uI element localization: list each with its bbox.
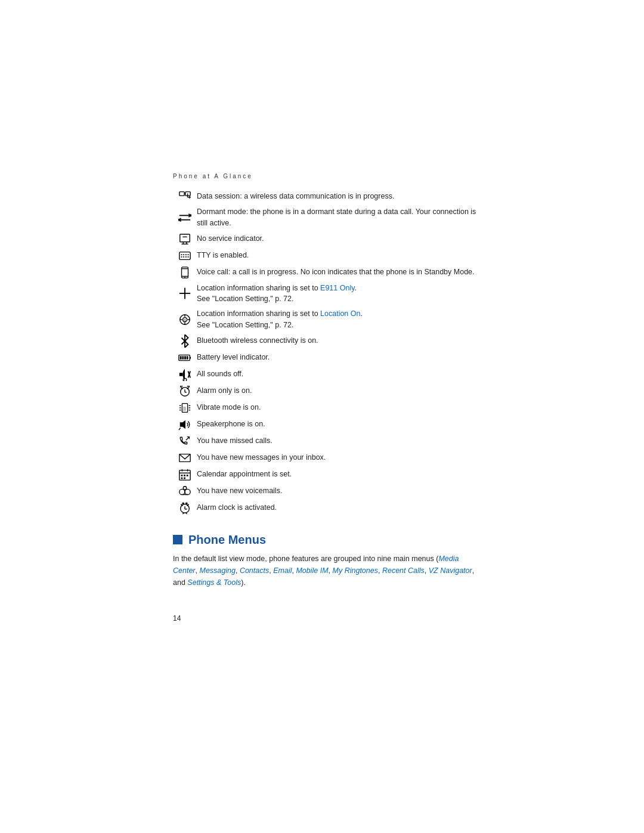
alarm-only-icon — [178, 385, 191, 398]
calendar-icon — [178, 468, 191, 481]
svg-rect-18 — [183, 254, 184, 255]
svg-rect-39 — [190, 357, 191, 359]
table-row: You have new messages in your inbox. — [173, 450, 483, 466]
svg-rect-20 — [188, 254, 189, 255]
section-blue-square — [173, 535, 182, 544]
icon-cell — [173, 366, 197, 383]
table-row: )) Location information sharing is set t… — [173, 306, 483, 333]
settings-tools-link[interactable]: Settings & Tools — [187, 578, 241, 587]
desc-alarm-only: Alarm only is on. — [197, 383, 483, 400]
desc-voice-call: Voice call: a call is in progress. No ic… — [197, 264, 483, 281]
table-row: Alarm clock is activated. — [173, 500, 483, 516]
my-ringtones-link[interactable]: My Ringtones — [333, 566, 378, 575]
page-number: 14 — [173, 614, 181, 623]
icon-table: Data session: a wireless data communicat… — [173, 188, 483, 516]
table-row: TTY is enabled. — [173, 247, 483, 264]
table-row: Voice call: a call is in progress. No ic… — [173, 264, 483, 281]
email-link[interactable]: Email — [273, 566, 292, 575]
icon-cell: )) — [173, 306, 197, 333]
recent-calls-link[interactable]: Recent Calls — [382, 566, 425, 575]
svg-text:)): )) — [183, 405, 185, 410]
svg-rect-22 — [183, 256, 184, 257]
desc-speakerphone: Speakerphone is on. — [197, 416, 483, 433]
messaging-link[interactable]: Messaging — [199, 566, 235, 575]
location-911-link[interactable]: E911 Only — [320, 284, 354, 292]
phone-menus-title: Phone Menus — [173, 533, 483, 547]
alarm-clock-icon — [178, 501, 191, 515]
location-911-icon — [178, 287, 191, 300]
messages-icon — [178, 451, 191, 465]
icon-cell — [173, 188, 197, 205]
svg-rect-42 — [184, 356, 186, 360]
page: Phone at A Glance — [0, 0, 644, 833]
desc-voicemail: You have new voicemails. — [197, 483, 483, 500]
desc-silent: All sounds off. — [197, 366, 483, 383]
icon-cell — [173, 483, 197, 500]
speakerphone-icon — [178, 418, 191, 431]
desc-bluetooth: Bluetooth wireless connectivity is on. — [197, 333, 483, 349]
silent-icon — [178, 368, 191, 381]
table-row: Speakerphone is on. — [173, 416, 483, 433]
vibrate-icon: )) — [178, 401, 191, 414]
mobile-im-link[interactable]: Mobile IM — [296, 566, 328, 575]
svg-line-63 — [179, 428, 181, 430]
table-row: Data session: a wireless data communicat… — [173, 188, 483, 205]
desc-vibrate: Vibrate mode is on. — [197, 400, 483, 416]
tty-icon — [178, 249, 191, 262]
svg-rect-73 — [181, 477, 183, 479]
svg-rect-72 — [187, 475, 188, 476]
contacts-link[interactable]: Contacts — [240, 566, 269, 575]
desc-missed-calls: You have missed calls. — [197, 433, 483, 450]
missed-calls-icon — [178, 435, 191, 448]
desc-messages: You have new messages in your inbox. — [197, 450, 483, 466]
svg-rect-0 — [179, 192, 184, 196]
icon-cell — [173, 281, 197, 307]
table-row: )) Vibrate mode is on. — [173, 400, 483, 416]
table-row: Dormant mode: the phone is in a dormant … — [173, 205, 483, 231]
icon-cell — [173, 231, 197, 247]
svg-point-28 — [184, 277, 185, 278]
table-row: Alarm only is on. — [173, 383, 483, 400]
svg-rect-17 — [181, 254, 182, 255]
table-row: All sounds off. — [173, 366, 483, 383]
table-row: You have new voicemails. — [173, 483, 483, 500]
icon-cell — [173, 264, 197, 281]
desc-dormant: Dormant mode: the phone is in a dormant … — [197, 205, 483, 231]
dormant-icon — [178, 211, 191, 224]
phone-menus-section: Phone Menus In the default list view mod… — [173, 533, 483, 589]
desc-alarm-clock: Alarm clock is activated. — [197, 500, 483, 516]
svg-rect-21 — [181, 256, 182, 257]
data-session-icon — [178, 190, 191, 203]
phone-menus-body: In the default list view mode, phone fea… — [173, 553, 483, 589]
icon-cell — [173, 247, 197, 264]
table-row: Battery level indicator. — [173, 349, 483, 366]
svg-rect-70 — [181, 475, 183, 476]
svg-marker-5 — [189, 196, 191, 199]
svg-point-78 — [183, 486, 187, 490]
icon-cell — [173, 349, 197, 366]
svg-rect-87 — [185, 502, 188, 504]
location-on-link[interactable]: Location On — [320, 309, 360, 318]
icon-cell — [173, 450, 197, 466]
svg-rect-10 — [180, 234, 190, 241]
icon-cell — [173, 205, 197, 231]
table-row: Calendar appointment is set. — [173, 466, 483, 483]
desc-data-session: Data session: a wireless data communicat… — [197, 188, 483, 205]
svg-rect-40 — [180, 356, 182, 360]
svg-rect-19 — [185, 254, 187, 255]
svg-rect-86 — [182, 502, 184, 504]
svg-rect-16 — [179, 252, 190, 259]
section-header: Phone at A Glance — [173, 173, 483, 179]
table-row: You have missed calls. — [173, 433, 483, 450]
content-area: Phone at A Glance — [173, 173, 483, 623]
svg-point-76 — [185, 489, 190, 494]
svg-line-85 — [186, 513, 187, 514]
icon-cell: )) — [173, 400, 197, 416]
svg-rect-44 — [179, 373, 183, 376]
desc-battery: Battery level indicator. — [197, 349, 483, 366]
desc-no-service: No service indicator. — [197, 231, 483, 247]
icon-cell — [173, 500, 197, 516]
svg-point-75 — [179, 489, 185, 494]
icon-cell — [173, 333, 197, 349]
vz-navigator-link[interactable]: VZ Navigator — [429, 566, 472, 575]
